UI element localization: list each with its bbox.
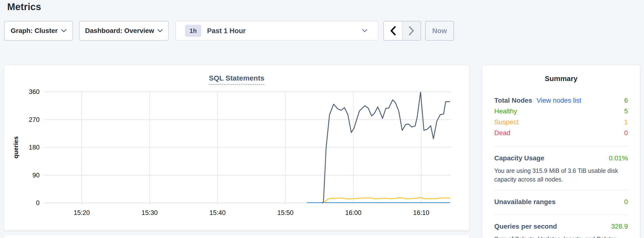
time-window-nav bbox=[384, 21, 421, 41]
summary-panel: Summary Total NodesView nodes list6Healt… bbox=[482, 65, 640, 238]
x-tick-label: 15:30 bbox=[142, 209, 158, 216]
y-tick-label: 0 bbox=[36, 199, 40, 206]
chevron-left-icon bbox=[390, 26, 396, 36]
node-status-row: Suspect1 bbox=[494, 118, 628, 129]
row-value: 1 bbox=[624, 118, 628, 126]
graph-dropdown-label: Graph: Cluster bbox=[10, 27, 58, 35]
section-value: 0 bbox=[624, 198, 628, 206]
section-label: Queries per second bbox=[494, 223, 557, 230]
x-tick-label: 15:20 bbox=[74, 209, 90, 216]
chevron-down-icon bbox=[61, 29, 66, 33]
row-label: Healthy bbox=[494, 107, 517, 115]
next-time-window-button[interactable] bbox=[402, 21, 420, 40]
section-label: Unavailable ranges bbox=[494, 198, 556, 206]
divider bbox=[494, 146, 628, 147]
section-description: Sum of Selects, Updates, Inserts, and De… bbox=[494, 235, 624, 238]
section-value: 328.9 bbox=[611, 223, 628, 230]
graph-dropdown[interactable]: Graph: Cluster bbox=[4, 21, 73, 41]
node-status-row: Total NodesView nodes list6 bbox=[494, 97, 628, 107]
summary-section: Unavailable ranges0 bbox=[494, 198, 628, 208]
dashboard-dropdown-label: Dashboard: Overview bbox=[85, 27, 154, 35]
summary-section: Capacity Usage0.01%You are using 315.9 M… bbox=[494, 154, 628, 184]
section-value: 0.01% bbox=[609, 154, 628, 162]
divider bbox=[494, 214, 628, 215]
time-range-label: Past 1 Hour bbox=[207, 27, 246, 35]
time-range-selector[interactable]: 1h Past 1 Hour bbox=[176, 21, 378, 41]
next-chart-card bbox=[4, 235, 469, 238]
node-status-rows: Total NodesView nodes list6Healthy5Suspe… bbox=[494, 97, 628, 140]
row-value: 0 bbox=[624, 129, 628, 137]
x-tick-label: 15:40 bbox=[210, 209, 226, 216]
row-label: Dead bbox=[494, 129, 510, 137]
chevron-down-icon bbox=[158, 29, 163, 33]
view-nodes-list-link[interactable]: View nodes list bbox=[536, 97, 581, 104]
section-description: You are using 315.9 MiB of 3.6 TiB usabl… bbox=[494, 166, 624, 184]
x-tick-label: 16:10 bbox=[413, 209, 430, 216]
row-value: 6 bbox=[624, 97, 628, 104]
row-label: Suspect bbox=[494, 118, 518, 126]
chart-title[interactable]: SQL Statements bbox=[209, 74, 264, 85]
summary-section: Queries per second328.9Sum of Selects, U… bbox=[494, 223, 628, 238]
series-yellow-line bbox=[322, 197, 450, 203]
y-tick-label: 270 bbox=[29, 116, 40, 123]
chart-canvas[interactable]: 15:2015:3015:4015:5016:0016:100901802703… bbox=[4, 65, 469, 230]
sql-statements-chart-card: 15:2015:3015:4015:5016:0016:100901802703… bbox=[4, 65, 469, 230]
node-status-row: Dead0 bbox=[494, 129, 628, 140]
section-label: Capacity Usage bbox=[494, 154, 544, 162]
x-tick-label: 15:50 bbox=[277, 209, 294, 216]
chevron-right-icon bbox=[408, 26, 414, 36]
row-label: Total Nodes bbox=[494, 97, 532, 104]
y-tick-label: 360 bbox=[29, 88, 40, 95]
y-tick-label: 180 bbox=[29, 144, 40, 151]
now-button[interactable]: Now bbox=[425, 21, 454, 41]
dashboard-dropdown[interactable]: Dashboard: Overview bbox=[79, 21, 169, 41]
time-range-badge: 1h bbox=[185, 25, 201, 37]
summary-title: Summary bbox=[494, 74, 628, 83]
divider bbox=[494, 190, 628, 190]
previous-time-window-button[interactable] bbox=[384, 21, 402, 40]
page-title: Metrics bbox=[7, 2, 41, 12]
x-tick-label: 16:00 bbox=[345, 209, 362, 216]
chevron-down-icon bbox=[362, 29, 367, 33]
node-status-row: Healthy5 bbox=[494, 107, 628, 118]
row-value: 5 bbox=[624, 107, 628, 115]
y-tick-label: 90 bbox=[32, 172, 40, 179]
y-axis-label: queries bbox=[12, 136, 20, 159]
summary-sections: Capacity Usage0.01%You are using 315.9 M… bbox=[494, 154, 628, 238]
